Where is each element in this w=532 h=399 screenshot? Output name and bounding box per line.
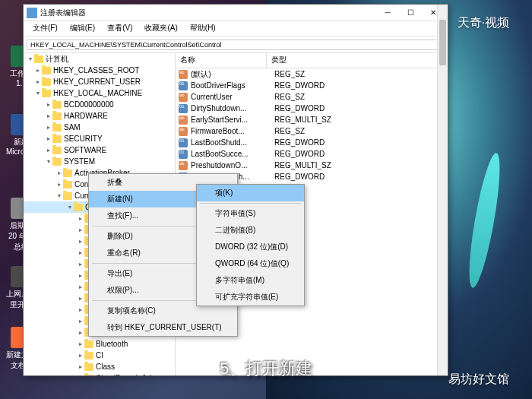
expander-icon[interactable]: ▸ [77,340,84,347]
value-type: REG_SZ [270,93,448,101]
tree-item-label: HKEY_CLASSES_ROOT [53,66,139,74]
expander-icon[interactable]: ▾ [55,192,63,199]
expander-icon[interactable]: ▸ [77,295,84,302]
value-type: REG_SZ [270,70,448,78]
tree-item-label: Bluetooth [96,340,128,348]
cm-new-multi[interactable]: 多字符串值(M) [197,272,304,289]
tree-item[interactable]: ▸CloudDomainJoin [24,372,175,375]
folder-icon [52,135,62,143]
value-row[interactable]: (默认)REG_SZ [176,68,448,80]
value-name: LastBootShutd... [191,138,270,147]
expander-icon[interactable]: ▸ [45,101,52,108]
expander-icon[interactable]: ▸ [77,318,84,325]
address-input[interactable] [27,40,442,50]
col-name[interactable]: 名称 [176,53,267,68]
tree-item[interactable]: ▾HKEY_LOCAL_MACHINE [24,87,175,99]
expander-icon[interactable]: ▸ [77,238,84,245]
window-title: 注册表编辑器 [40,8,376,18]
tree-item-label: HARDWARE [64,112,108,120]
value-name: PreshutdownO... [191,161,270,169]
cm-new-qword[interactable]: QWORD (64 位)值(Q) [197,255,304,272]
minimize-button[interactable]: ─ [376,5,399,21]
tree-item[interactable]: ▾SYSTEM [24,156,175,167]
expander-icon[interactable]: ▸ [45,147,52,154]
tree-item[interactable]: ▸HKEY_CURRENT_USER [24,76,175,87]
tree-item[interactable]: ▾计算机 [24,53,175,65]
expander-icon[interactable]: ▸ [77,363,84,370]
cm-goto[interactable]: 转到 HKEY_CURRENT_USER(T) [89,319,237,336]
value-row[interactable]: DirtyShutdown...REG_DWORD [176,103,448,114]
folder-icon [42,90,51,97]
value-row[interactable]: BootDriverFlagsREG_DWORD [176,80,448,91]
folder-icon [63,181,72,188]
value-type: REG_DWORD [270,173,448,181]
expander-icon[interactable]: ▸ [77,306,84,313]
watermark-top-right: 天奇·视频 [458,15,509,31]
tree-item[interactable]: ▸HKEY_CLASSES_ROOT [24,65,175,76]
watermark-bottom-right: 易坊好文馆 [448,372,509,388]
expander-icon[interactable]: ▾ [27,55,34,62]
expander-icon[interactable]: ▸ [77,352,84,359]
tree-item[interactable]: ▸BCD00000000 [24,99,175,110]
expander-icon[interactable]: ▸ [34,78,42,85]
tree-item-label: SAM [64,123,81,131]
expander-icon[interactable]: ▾ [45,158,52,165]
cm-new-expand[interactable]: 可扩充字符串值(E) [197,289,304,306]
menu-view[interactable]: 查看(V) [101,21,138,36]
expander-icon[interactable]: ▸ [55,181,63,188]
expander-icon[interactable]: ▸ [77,375,84,375]
menu-file[interactable]: 文件(F) [27,21,64,36]
expander-icon[interactable]: ▸ [55,169,63,176]
value-type-icon [179,116,188,125]
value-type-icon [179,104,188,113]
menu-edit[interactable]: 编辑(E) [64,21,101,36]
tree-item[interactable]: ▸SECURITY [24,133,175,144]
folder-icon [52,101,62,109]
value-row[interactable]: CurrentUserREG_SZ [176,91,448,103]
value-row[interactable]: EarlyStartServi...REG_MULTI_SZ [176,114,448,125]
tree-item[interactable]: ▸Bluetooth [24,338,175,350]
folder-icon [84,352,93,359]
expander-icon[interactable]: ▸ [77,329,84,336]
expander-icon[interactable]: ▸ [45,112,52,119]
tree-item[interactable]: ▸HARDWARE [24,110,175,122]
expander-icon[interactable]: ▸ [77,226,84,233]
value-name: BootDriverFlags [191,81,270,90]
value-row[interactable]: LastBootSucce...REG_DWORD [176,148,448,160]
value-type: REG_DWORD [270,104,448,112]
expander-icon[interactable]: ▸ [77,261,84,268]
expander-icon[interactable]: ▸ [77,283,84,290]
cm-new-string[interactable]: 字符串值(S) [197,205,304,222]
tree-item[interactable]: ▸SOFTWARE [24,144,175,156]
expander-icon[interactable]: ▸ [77,272,84,279]
cm-new-dword[interactable]: DWORD (32 位)值(D) [197,239,304,255]
cm-new-binary[interactable]: 二进制值(B) [197,222,304,239]
context-menu-new-submenu: 项(K) 字符串值(S) 二进制值(B) DWORD (32 位)值(D) QW… [196,184,305,306]
value-row[interactable]: FirmwareBoot...REG_SZ [176,125,448,137]
folder-icon [84,363,93,371]
value-name: EarlyStartServi... [191,116,270,124]
expander-icon[interactable]: ▸ [77,215,84,222]
value-row[interactable]: PreshutdownO...REG_MULTI_SZ [176,160,448,171]
value-row[interactable]: LastBootShutd...REG_DWORD [176,137,448,148]
tree-item[interactable]: ▸CI [24,350,175,361]
folder-icon [52,124,62,131]
tree-item[interactable]: ▸Class [24,361,175,372]
menu-favorites[interactable]: 收藏夹(A) [138,21,183,36]
expander-icon[interactable]: ▸ [45,135,52,142]
expander-icon[interactable]: ▸ [45,124,52,131]
expander-icon[interactable]: ▸ [34,67,42,74]
expander-icon[interactable]: ▸ [77,249,84,256]
cm-new-key[interactable]: 项(K) [197,185,304,201]
expander-icon[interactable]: ▾ [66,204,74,211]
tree-item[interactable]: ▸SAM [24,122,175,133]
col-type[interactable]: 类型 [267,53,448,68]
titlebar[interactable]: 注册表编辑器 ─ ☐ ✕ [24,5,448,21]
list-header: 名称 类型 [176,53,448,68]
value-type-icon [179,138,188,147]
menu-help[interactable]: 帮助(H) [184,21,222,36]
expander-icon[interactable]: ▾ [34,90,42,97]
tree-item-label: HKEY_CURRENT_USER [53,78,141,86]
maximize-button[interactable]: ☐ [399,5,422,21]
value-type: REG_DWORD [270,81,448,90]
